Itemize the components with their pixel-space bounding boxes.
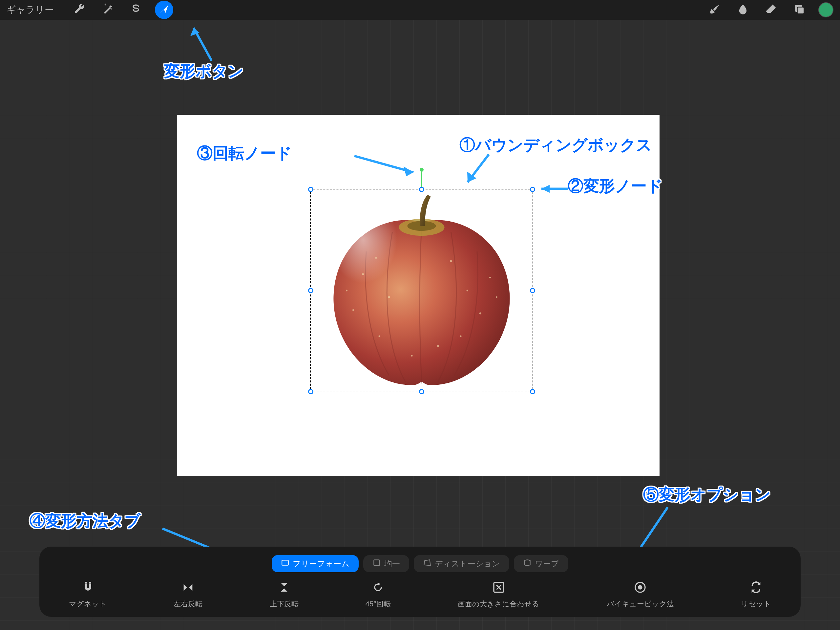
tab-warp[interactable]: ワープ xyxy=(514,555,568,572)
tab-label: フリーフォーム xyxy=(293,559,349,569)
rotation-stem xyxy=(421,170,422,190)
svg-point-12 xyxy=(489,277,491,279)
eraser-icon xyxy=(765,3,777,17)
option-flip-vertical[interactable]: 上下反転 xyxy=(270,581,298,609)
svg-rect-31 xyxy=(282,560,289,565)
svg-point-14 xyxy=(437,345,439,347)
svg-point-10 xyxy=(467,290,468,291)
apple-artwork xyxy=(314,193,529,388)
annotation-transform-node: ②変形ノード xyxy=(568,176,663,197)
option-fit-screen[interactable]: 画面の大きさに合わせる xyxy=(458,581,540,609)
svg-point-3 xyxy=(407,221,436,231)
option-label: 左右反転 xyxy=(174,599,202,609)
tab-uniform[interactable]: 均一 xyxy=(363,555,409,572)
layers-icon xyxy=(793,3,805,17)
canvas[interactable] xyxy=(177,115,660,476)
gallery-link[interactable]: ギャラリー xyxy=(6,4,54,16)
transform-tool-button[interactable] xyxy=(155,1,173,19)
tab-label: 均一 xyxy=(384,559,400,569)
top-toolbar: ギャラリー xyxy=(0,0,840,20)
freeform-icon xyxy=(281,559,289,569)
distortion-icon xyxy=(423,559,431,569)
option-label: 上下反転 xyxy=(270,599,298,609)
svg-marker-20 xyxy=(190,28,199,36)
option-rotate-45[interactable]: 45°回転 xyxy=(366,581,391,609)
svg-point-2 xyxy=(399,218,444,236)
transform-options-row: マグネット 左右反転 上下反転 45°回転 画面の大きさに合わせる バイキュービ… xyxy=(49,581,791,609)
annotation-transform-button: 変形ボタン xyxy=(164,61,244,82)
svg-point-8 xyxy=(352,309,354,311)
cursor-arrow-icon xyxy=(158,3,170,17)
annotation-bounding-box: ①バウンディングボックス xyxy=(459,135,652,156)
selection-tool-button[interactable] xyxy=(127,1,145,19)
color-swatch[interactable] xyxy=(818,2,834,17)
wrench-tool-button[interactable] xyxy=(70,1,88,19)
transform-node-tm[interactable] xyxy=(419,187,424,192)
svg-line-19 xyxy=(194,28,212,61)
arrow-transform-button xyxy=(184,20,223,62)
layers-button[interactable] xyxy=(790,1,808,19)
smudge-icon xyxy=(737,3,749,17)
reset-icon xyxy=(750,581,763,596)
tab-label: ディストーション xyxy=(435,559,500,569)
bicubic-icon xyxy=(634,581,647,596)
svg-rect-1 xyxy=(797,7,804,14)
svg-point-5 xyxy=(362,273,364,275)
option-label: 画面の大きさに合わせる xyxy=(458,599,540,609)
annotation-transform-tabs: ④変形方法タブ xyxy=(30,511,141,532)
svg-point-6 xyxy=(375,257,377,259)
transform-node-bl[interactable] xyxy=(308,389,313,394)
brush-icon xyxy=(709,3,721,17)
option-label: 45°回転 xyxy=(366,599,391,609)
fit-screen-icon xyxy=(492,581,505,596)
transform-mode-tabs: フリーフォーム 均一 ディストーション ワープ xyxy=(49,555,791,572)
selection-s-icon xyxy=(129,3,142,17)
option-label: マグネット xyxy=(69,599,107,609)
transform-node-mr[interactable] xyxy=(530,288,535,293)
svg-point-18 xyxy=(346,290,347,291)
svg-point-15 xyxy=(378,336,380,337)
transform-node-tl[interactable] xyxy=(308,187,313,192)
annotation-transform-options: ⑤変形オプション xyxy=(643,484,771,505)
wrench-icon xyxy=(73,3,86,17)
tab-label: ワープ xyxy=(535,559,559,569)
option-label: バイキュービック法 xyxy=(607,599,674,609)
smudge-tool-button[interactable] xyxy=(734,1,752,19)
tab-freeform[interactable]: フリーフォーム xyxy=(272,555,358,572)
option-magnet[interactable]: マグネット xyxy=(69,581,107,609)
svg-rect-32 xyxy=(374,560,379,565)
transform-node-ml[interactable] xyxy=(308,288,313,293)
transform-node-tr[interactable] xyxy=(530,187,535,192)
svg-point-35 xyxy=(638,585,643,589)
svg-point-9 xyxy=(450,260,452,262)
magnet-icon xyxy=(81,581,95,596)
brush-tool-button[interactable] xyxy=(706,1,724,19)
rotate-icon xyxy=(371,581,385,596)
tab-distortion[interactable]: ディストーション xyxy=(414,555,509,572)
bounding-box[interactable] xyxy=(310,189,533,392)
transform-node-bm[interactable] xyxy=(419,389,424,394)
svg-point-4 xyxy=(334,203,431,326)
topbar-right xyxy=(706,1,834,19)
option-bicubic[interactable]: バイキュービック法 xyxy=(607,581,674,609)
flip-h-icon xyxy=(182,581,194,596)
svg-point-13 xyxy=(411,355,413,356)
topbar-left: ギャラリー xyxy=(6,1,173,19)
option-reset[interactable]: リセット xyxy=(741,581,771,609)
option-label: リセット xyxy=(741,599,771,609)
annotation-rotation-node: ③回転ノード xyxy=(197,143,292,164)
flip-v-icon xyxy=(278,581,291,596)
svg-point-11 xyxy=(479,313,482,315)
wand-icon xyxy=(101,3,114,17)
svg-point-7 xyxy=(388,296,390,298)
transform-panel: フリーフォーム 均一 ディストーション ワープ マグネット 左右反転 上下反転 xyxy=(39,547,801,617)
svg-point-17 xyxy=(496,296,497,298)
uniform-icon xyxy=(373,559,381,569)
rotation-node[interactable] xyxy=(419,167,424,173)
svg-point-16 xyxy=(460,336,462,337)
transform-node-br[interactable] xyxy=(530,389,535,394)
adjustments-tool-button[interactable] xyxy=(98,1,117,19)
warp-icon xyxy=(523,559,532,569)
eraser-tool-button[interactable] xyxy=(762,1,780,19)
option-flip-horizontal[interactable]: 左右反転 xyxy=(174,581,202,609)
